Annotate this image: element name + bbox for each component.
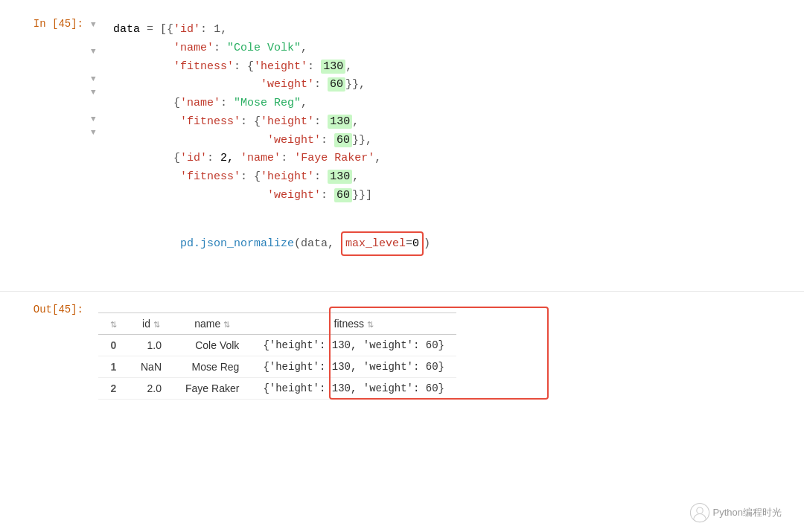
cell-id-1: NaN (129, 356, 173, 377)
watermark-text: Python编程时光 (713, 506, 782, 519)
output-label-text: Out[45]: (34, 304, 83, 315)
code-line-8: {'id': 2, 'name': 'Faye Raker', (113, 150, 430, 168)
cell-idx-1: 1 (98, 356, 129, 377)
code-line-11: pd.json_normalize(data, max_level=0) (113, 211, 430, 276)
cell-fitness-2: {'height': 130, 'weight': 60} (251, 377, 456, 399)
cell-id-2: 2.0 (129, 377, 173, 399)
page-container: In [45]: ▼ ▼ ▼ ▼ ▼ ▼ data = [{'id': 1, '… (0, 0, 804, 532)
code-line-1: data = [{'id': 1, (113, 21, 430, 39)
cell-name-0: Cole Volk (173, 334, 251, 356)
th-sort-empty[interactable]: ⇅ (98, 313, 129, 334)
input-label: In [45]: (0, 15, 89, 282)
code-line-10: 'weight': 60}}] (113, 187, 430, 205)
code-line-6: 'fitness': {'height': 130, (113, 113, 430, 132)
dataframe-table: ⇅ id ⇅ name ⇅ fitness ⇅ 0 1.0 Cole Volk … (98, 313, 456, 400)
arrows-column: ▼ ▼ ▼ ▼ ▼ ▼ (89, 15, 104, 282)
code-line-2: 'name': "Cole Volk", (113, 39, 430, 58)
arrow-4 (91, 58, 104, 71)
watermark: Python编程时光 (689, 502, 782, 523)
th-id[interactable]: id ⇅ (129, 313, 173, 334)
cell-divider (0, 291, 804, 292)
th-fitness[interactable]: fitness ⇅ (251, 313, 456, 334)
arrow-5: ▼ (91, 72, 104, 86)
th-name[interactable]: name ⇅ (173, 313, 251, 334)
code-line-9: 'fitness': {'height': 130, (113, 168, 430, 187)
cell-name-1: Mose Reg (173, 356, 251, 377)
arrow-1: ▼ (91, 18, 104, 31)
input-label-text: In [45]: (34, 18, 83, 30)
output-cell: Out[45]: ⇅ id ⇅ name ⇅ fitness ⇅ (0, 293, 804, 417)
output-label: Out[45]: (0, 301, 89, 409)
code-line-7: 'weight': 60}}, (113, 132, 430, 150)
cell-id-0: 1.0 (129, 334, 173, 356)
arrow-7 (91, 99, 104, 112)
table-header-row: ⇅ id ⇅ name ⇅ fitness ⇅ (98, 313, 456, 334)
code-line-3: 'fitness': {'height': 130, (113, 58, 430, 77)
arrow-3: ▼ (91, 45, 104, 58)
cell-idx-0: 0 (98, 334, 129, 356)
cell-idx-2: 2 (98, 377, 129, 399)
cell-fitness-0: {'height': 130, 'weight': 60} (251, 334, 456, 356)
code-content: data = [{'id': 1, 'name': "Cole Volk", '… (104, 15, 439, 282)
arrow-9: ▼ (91, 126, 104, 139)
svg-point-1 (696, 507, 702, 513)
table-row: 2 2.0 Faye Raker {'height': 130, 'weight… (98, 377, 456, 399)
cell-name-2: Faye Raker (173, 377, 251, 399)
output-content: ⇅ id ⇅ name ⇅ fitness ⇅ 0 1.0 Cole Volk … (89, 301, 804, 409)
table-wrapper: ⇅ id ⇅ name ⇅ fitness ⇅ 0 1.0 Cole Volk … (98, 307, 456, 400)
arrow-2 (91, 31, 104, 45)
table-row: 0 1.0 Cole Volk {'height': 130, 'weight'… (98, 334, 456, 356)
cell-fitness-1: {'height': 130, 'weight': 60} (251, 356, 456, 377)
arrow-6: ▼ (91, 86, 104, 99)
code-line-5: {'name': "Mose Reg", (113, 94, 430, 113)
watermark-icon (689, 502, 710, 523)
input-wrapper: ▼ ▼ ▼ ▼ ▼ ▼ data = [{'id': 1, 'name': "C… (89, 15, 439, 282)
code-line-4: 'weight': 60}}, (113, 76, 430, 94)
arrow-8: ▼ (91, 112, 104, 126)
highlight-max-level: max_level=0 (341, 231, 424, 256)
table-row: 1 NaN Mose Reg {'height': 130, 'weight':… (98, 356, 456, 377)
input-cell: In [45]: ▼ ▼ ▼ ▼ ▼ ▼ data = [{'id': 1, '… (0, 7, 804, 289)
